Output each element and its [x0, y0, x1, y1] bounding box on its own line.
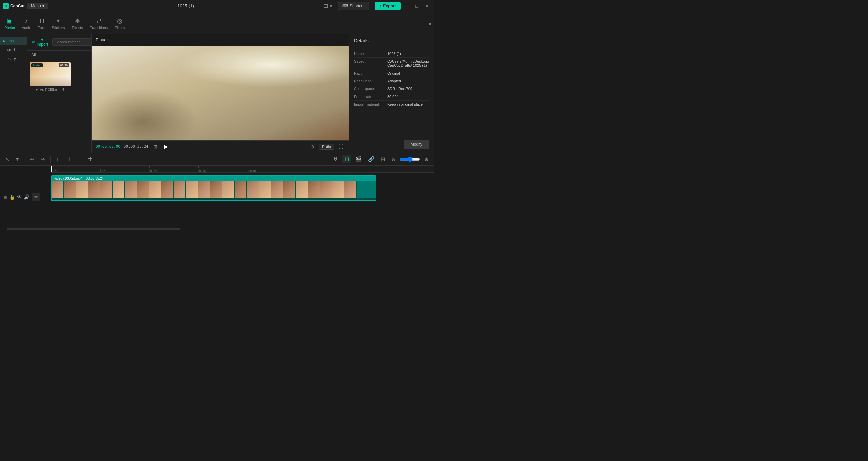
layout-icon[interactable]: ⊟ ▾ — [323, 3, 332, 9]
detail-label-ratio: Ratio: — [354, 71, 384, 75]
timeline-tracks[interactable]: |00:00 |00:10 |00:20 |00:30 — [51, 166, 434, 228]
minimize-button[interactable]: ─ — [403, 3, 411, 9]
detail-value-ratio: Original — [387, 71, 400, 75]
detail-label-saved: Saved: — [354, 59, 384, 67]
player-panel: Player ⋯ 00:00:00:00 00:00:35:24 ⊞ ▶ ⊙ R… — [92, 34, 349, 153]
media-item[interactable]: Added 00:36 video (1080p).mp4 — [30, 62, 71, 92]
sidebar-item-local[interactable]: ▸ Local — [0, 37, 27, 45]
time-total: 00:00:35:24 — [124, 144, 149, 149]
effects-tab-label: Effects — [72, 26, 83, 30]
video-clip[interactable]: video (1080p).mp4 00:00:35:24 — [51, 175, 376, 201]
logo-icon: C — [3, 3, 9, 9]
timeline-scrollbar[interactable] — [0, 228, 434, 230]
top-right-controls: ⊟ ▾ ⌨ Shortcut ↑ Export ─ □ ✕ — [323, 2, 431, 10]
clip-progress-bar — [52, 198, 376, 200]
export-label: Export — [383, 4, 396, 8]
details-footer: Modify — [349, 136, 434, 153]
player-controls: 00:00:00:00 00:00:35:24 ⊞ ▶ ⊙ Ratio ⛶ — [92, 140, 349, 153]
text-tab-label: Text — [38, 26, 45, 30]
all-label: All — [27, 51, 91, 59]
player-menu-icon[interactable]: ⋯ — [339, 37, 345, 43]
shortcut-button[interactable]: ⌨ Shortcut — [338, 2, 369, 10]
select-dropdown[interactable]: ▾ — [14, 155, 21, 163]
media-tab-label: Media — [5, 25, 15, 29]
caption-button[interactable]: ⊞ — [379, 155, 387, 163]
snap-button[interactable]: ⊡ — [342, 155, 351, 163]
tab-transitions[interactable]: ⇄ Transitions — [86, 15, 111, 32]
grid-view-icon[interactable]: ⊞ — [152, 143, 159, 150]
maximize-button[interactable]: □ — [414, 3, 420, 9]
detail-value-framerate: 30.00fps — [387, 95, 401, 99]
detail-label-import-material: Import material: — [354, 102, 384, 106]
document-title: 1025 (1) — [141, 3, 230, 8]
audio-icon[interactable]: 🔊 — [24, 194, 29, 200]
effects-tab-icon: ✺ — [75, 17, 80, 25]
zoom-out-button[interactable]: ⊖ — [389, 155, 398, 163]
duration-badge: 00:36 — [59, 63, 69, 67]
details-panel: Details Name: 1025 (1) Saved: C:/Users/A… — [349, 34, 434, 153]
video-track-icon: ▣ — [3, 194, 7, 200]
close-button[interactable]: ✕ — [423, 3, 431, 9]
detail-value-saved: C:/Users/Admin/Desktop/CapCut Drafts/ 10… — [387, 59, 429, 67]
voiceover-button[interactable]: 🎙 — [331, 155, 340, 163]
track-controls: ▣ 🔒 👁 🔊 ✏ — [0, 166, 51, 228]
lock-icon[interactable]: 🔒 — [9, 194, 15, 200]
transitions-tab-label: Transitions — [90, 26, 108, 30]
detail-label-name: Name: — [354, 52, 384, 56]
video-only-button[interactable]: 🎬 — [353, 155, 364, 163]
tab-effects[interactable]: ✺ Effects — [68, 15, 86, 32]
eye-icon[interactable]: 👁 — [17, 194, 22, 200]
undo-button[interactable]: ↩ — [28, 155, 36, 163]
detail-value-import-material: Keep in original place — [387, 102, 423, 106]
timeline-area: ↖ ▾ ↩ ↪ ⟂ ⊣ ⊢ 🗑 🎙 ⊡ 🎬 🔗 ⊞ ⊖ ⊕ — [0, 153, 434, 230]
sidebar-item-import[interactable]: Import — [0, 45, 27, 54]
detail-label-colorspace: Color space: — [354, 87, 384, 91]
menu-button[interactable]: Menu ▾ — [27, 3, 48, 9]
media-filename: video (1080p).mp4 — [30, 88, 71, 92]
split-right-button[interactable]: ⊢ — [74, 155, 83, 163]
audio-tab-icon: ♪ — [25, 18, 28, 25]
play-button[interactable]: ▶ — [162, 143, 170, 151]
keyboard-icon: ⌨ — [342, 4, 348, 8]
modify-button[interactable]: Modify — [404, 140, 429, 149]
filters-tab-icon: ◎ — [117, 17, 122, 25]
tabs-row: ▣ Media ♪ Audio TI Text ✦ Stickers ✺ Eff… — [0, 12, 434, 34]
import-button[interactable]: ⊕ + Import — [30, 36, 50, 48]
added-badge: Added — [31, 63, 43, 67]
player-video — [92, 46, 349, 140]
select-tool-button[interactable]: ↖ — [3, 155, 12, 163]
edit-track-button[interactable]: ✏ — [32, 193, 40, 201]
split-button[interactable]: ⟂ — [54, 155, 61, 163]
delete-button[interactable]: 🗑 — [85, 155, 95, 163]
tab-stickers[interactable]: ✦ Stickers — [48, 15, 68, 32]
sidebar-item-library[interactable]: Library — [0, 54, 27, 63]
tab-text[interactable]: TI Text — [35, 16, 48, 32]
top-bar: C CapCut Menu ▾ 1025 (1) ⊟ ▾ ⌨ Shortcut … — [0, 0, 434, 12]
tab-filters[interactable]: ◎ Filters — [111, 15, 128, 32]
link-button[interactable]: 🔗 — [366, 155, 377, 163]
media-thumbnail: Added 00:36 — [30, 62, 71, 86]
transitions-tab-icon: ⇄ — [96, 17, 101, 25]
stickers-tab-label: Stickers — [52, 26, 65, 30]
export-button[interactable]: ↑ Export — [375, 2, 401, 10]
menu-label: Menu — [31, 4, 41, 8]
clip-frames — [52, 181, 376, 199]
screenshot-icon[interactable]: ⊙ — [309, 143, 316, 150]
detail-row-saved: Saved: C:/Users/Admin/Desktop/CapCut Dra… — [354, 58, 429, 69]
ratio-button[interactable]: Ratio — [319, 144, 334, 150]
logo: C CapCut — [3, 3, 25, 9]
search-input[interactable] — [52, 38, 91, 46]
zoom-slider[interactable] — [400, 157, 420, 162]
redo-button[interactable]: ↪ — [38, 155, 47, 163]
tabs-expand-icon[interactable]: » — [427, 20, 433, 28]
fullscreen-icon[interactable]: ⛶ — [337, 143, 345, 150]
media-toolbar: ⊕ + Import ☰ — [27, 34, 91, 51]
playhead[interactable] — [51, 166, 52, 172]
zoom-in-button[interactable]: ⊕ — [422, 155, 431, 163]
tab-audio[interactable]: ♪ Audio — [18, 16, 35, 32]
text-tab-icon: TI — [39, 18, 44, 25]
tab-media[interactable]: ▣ Media — [1, 15, 18, 32]
detail-row-name: Name: 1025 (1) — [354, 50, 429, 58]
timeline-ruler: |00:00 |00:10 |00:20 |00:30 — [51, 166, 434, 173]
split-left-button[interactable]: ⊣ — [63, 155, 72, 163]
